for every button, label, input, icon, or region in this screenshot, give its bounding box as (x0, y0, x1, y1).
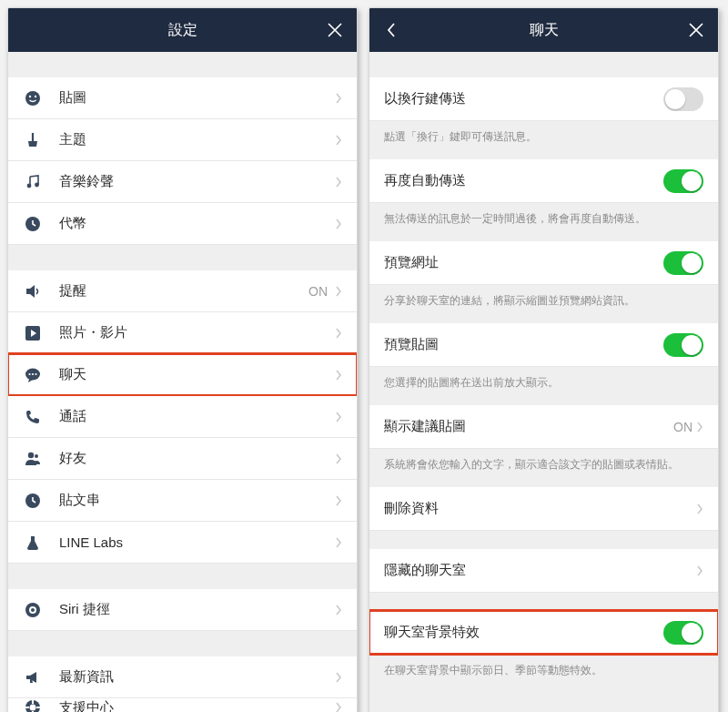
row-label: 預覽貼圖 (384, 336, 663, 353)
settings-row[interactable]: 貼圖 (8, 77, 357, 119)
chevron-right-icon (335, 701, 342, 712)
chevron-right-icon (335, 176, 342, 188)
row-description: 系統將會依您輸入的文字，顯示適合該文字的貼圖或表情貼。 (369, 449, 718, 487)
settings-row[interactable]: 主題 (8, 119, 357, 161)
svg-point-4 (35, 182, 39, 187)
settings-row[interactable]: 代幣 (8, 203, 357, 245)
row-label: 支援中心 (59, 699, 335, 713)
row-description: 無法傳送的訊息於一定時間過後，將會再度自動傳送。 (369, 203, 718, 241)
settings-screen: 設定 貼圖 主題 音樂鈴聲 (7, 7, 358, 712)
close-button[interactable] (674, 8, 718, 52)
back-button[interactable] (369, 8, 413, 52)
svg-point-9 (32, 372, 34, 374)
settings-row[interactable]: 支援中心 (8, 698, 357, 712)
toggle-knob (682, 335, 702, 355)
play-icon (23, 323, 43, 343)
row-label: 刪除資料 (384, 500, 696, 517)
settings-row[interactable]: 聊天 (8, 354, 357, 396)
row-description: 點選「換行」鍵即可傳送訊息。 (369, 121, 718, 159)
chevron-right-icon (335, 494, 342, 507)
clock-icon (23, 214, 43, 234)
toggle-switch[interactable] (663, 87, 703, 111)
nav-bar: 聊天 (369, 8, 718, 52)
phone-icon (23, 407, 43, 427)
siri-icon (23, 600, 43, 620)
setting-row[interactable]: 以換行鍵傳送 (369, 77, 718, 121)
nav-title: 設定 (168, 21, 197, 40)
chevron-right-icon (696, 503, 703, 515)
settings-row[interactable]: 貼文串 (8, 480, 357, 522)
speaker-icon (23, 281, 43, 301)
mega-icon (23, 667, 43, 687)
setting-row[interactable]: 再度自動傳送 (369, 159, 718, 203)
row-label: 貼圖 (59, 89, 335, 107)
chevron-right-icon (335, 671, 342, 684)
toggle-switch[interactable] (663, 621, 703, 645)
music-icon (23, 172, 43, 192)
chevron-left-icon (386, 22, 397, 38)
settings-row[interactable]: 好友 (8, 438, 357, 480)
flask-icon (23, 533, 43, 553)
close-button[interactable] (313, 8, 357, 52)
setting-row[interactable]: 預覽貼圖 (369, 323, 718, 367)
settings-row[interactable]: 音樂鈴聲 (8, 161, 357, 203)
toggle-switch[interactable] (663, 251, 703, 275)
row-label: 顯示建議貼圖 (384, 418, 673, 435)
settings-row[interactable]: LINE Labs (8, 522, 357, 564)
chevron-right-icon (335, 411, 342, 423)
settings-row[interactable]: 最新資訊 (8, 656, 357, 698)
chevron-right-icon (696, 565, 703, 577)
setting-row[interactable]: 預覽網址 (369, 241, 718, 285)
row-description: 在聊天室背景中顯示節日、季節等動態特效。 (369, 655, 718, 682)
settings-row[interactable]: 通話 (8, 396, 357, 438)
row-description: 您選擇的貼圖將在送出前放大顯示。 (369, 367, 718, 405)
setting-row[interactable]: 顯示建議貼圖 ON (369, 405, 718, 449)
toggle-knob (682, 253, 702, 273)
settings-row[interactable]: 提醒 ON (8, 270, 357, 312)
chevron-right-icon (335, 134, 342, 147)
row-label: 通話 (59, 408, 335, 425)
setting-row[interactable]: 刪除資料 (369, 487, 718, 531)
svg-point-18 (30, 705, 36, 711)
row-label: 以換行鍵傳送 (384, 90, 663, 107)
chevron-right-icon (696, 421, 703, 433)
section-gap (369, 52, 718, 77)
settings-row[interactable]: 照片・影片 (8, 312, 357, 354)
chat-icon (23, 365, 43, 385)
chevron-right-icon (335, 92, 342, 105)
svg-point-8 (28, 372, 30, 374)
row-label: 最新資訊 (59, 668, 335, 686)
section-gap (8, 564, 357, 589)
section-gap (8, 631, 357, 656)
chevron-right-icon (335, 218, 342, 230)
svg-point-16 (31, 608, 35, 612)
svg-point-10 (35, 372, 36, 374)
toggle-knob (665, 89, 685, 109)
setting-row[interactable]: 聊天室背景特效 (369, 611, 718, 655)
toggle-knob (682, 171, 702, 191)
support-icon (23, 698, 43, 712)
row-label: 音樂鈴聲 (59, 173, 335, 190)
chevron-right-icon (335, 604, 342, 616)
row-label: 主題 (59, 131, 335, 148)
svg-point-0 (25, 91, 40, 106)
row-label: 聊天 (59, 366, 335, 383)
setting-row[interactable]: 隱藏的聊天室 (369, 549, 718, 593)
section-gap (369, 531, 718, 549)
svg-rect-21 (25, 707, 29, 708)
row-label: 提醒 (59, 282, 308, 300)
toggle-switch[interactable] (663, 169, 703, 193)
row-label: 再度自動傳送 (384, 172, 663, 189)
nav-title: 聊天 (530, 21, 559, 40)
svg-point-11 (28, 452, 34, 457)
svg-rect-19 (32, 700, 34, 704)
settings-row[interactable]: Siri 捷徑 (8, 589, 357, 631)
row-label: Siri 捷徑 (59, 601, 335, 618)
row-label: 隱藏的聊天室 (384, 562, 696, 579)
row-value: ON (673, 420, 693, 434)
chevron-right-icon (335, 285, 342, 298)
svg-rect-22 (36, 707, 40, 708)
nav-bar: 設定 (8, 8, 357, 52)
close-icon (688, 22, 704, 38)
toggle-switch[interactable] (663, 333, 703, 357)
